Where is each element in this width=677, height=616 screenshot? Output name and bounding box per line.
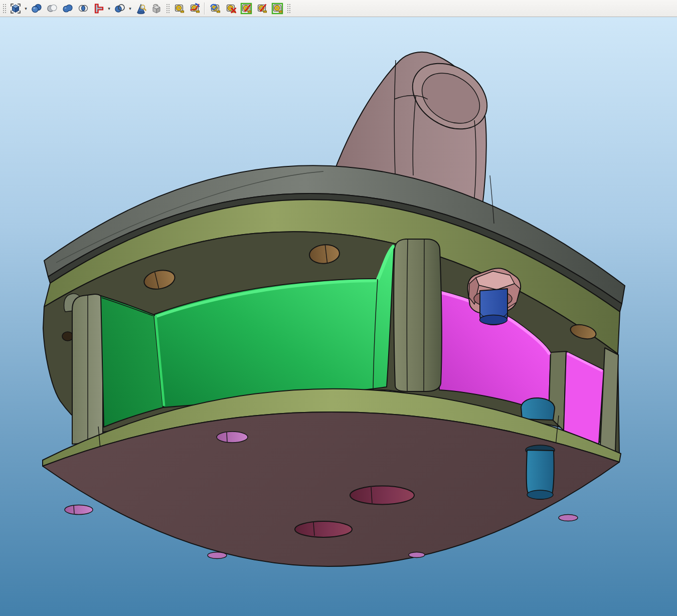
split-slice-button[interactable] <box>112 1 127 16</box>
assembly-model <box>0 17 677 616</box>
connect-shape-icon <box>93 3 105 15</box>
defeaturing-button[interactable] <box>149 1 163 16</box>
union-spheres-icon <box>62 3 74 15</box>
measure-toggle-3d-icon <box>256 3 268 15</box>
check-geometry-icon <box>135 3 147 15</box>
defeature-cube-icon <box>150 3 162 15</box>
boolean-intersection-button[interactable] <box>76 1 90 16</box>
cad-application-window: ▾ <box>0 0 677 616</box>
part-blue-bolt[interactable] <box>480 289 508 325</box>
measure-linear-button[interactable] <box>172 1 186 16</box>
3d-viewport[interactable] <box>0 17 677 616</box>
split-spheres-icon <box>114 3 126 15</box>
part-center-post[interactable] <box>394 239 442 391</box>
plate-pin-hole[interactable] <box>559 515 578 521</box>
measure-clear-button[interactable] <box>223 1 238 16</box>
dropdown-arrow-icon[interactable]: ▾ <box>24 6 28 11</box>
boolean-cut-button[interactable] <box>45 1 59 16</box>
boolean-operation-button[interactable] <box>29 1 44 16</box>
intersection-circles-icon <box>77 3 89 15</box>
measure-refresh-button[interactable] <box>208 1 222 16</box>
measure-toggle-all-button[interactable] <box>239 1 253 16</box>
box-icon <box>10 3 22 15</box>
boolean-union-button[interactable] <box>60 1 75 16</box>
measure-toggle-3d-button[interactable] <box>254 1 269 16</box>
join-connect-button[interactable] <box>91 1 106 16</box>
toolbar-grip-handle[interactable] <box>286 3 290 14</box>
part-workbench-toolbar: ▾ <box>0 0 677 17</box>
plate-counterbore-hole[interactable] <box>295 521 352 537</box>
toolbar-separator <box>204 3 205 15</box>
plate-pin-hole[interactable] <box>409 552 425 558</box>
boolean-spheres-icon <box>31 3 43 15</box>
plate-pin-hole[interactable] <box>65 505 93 515</box>
part-teal-pin-upper[interactable] <box>521 398 555 420</box>
measure-angular-button[interactable] <box>187 1 202 16</box>
measure-toggle-delta-icon <box>271 3 283 15</box>
part-teal-pin-lower[interactable] <box>526 445 555 499</box>
toolbar-grip-handle[interactable] <box>165 3 170 14</box>
view-box-button[interactable] <box>8 1 23 16</box>
measure-toggle-delta-button[interactable] <box>270 1 284 16</box>
dropdown-arrow-icon[interactable]: ▾ <box>128 6 132 11</box>
measure-clear-icon <box>225 3 237 15</box>
measure-toggle-all-icon <box>240 3 252 15</box>
plate-counterbore-hole[interactable] <box>350 486 414 505</box>
dropdown-arrow-icon[interactable]: ▾ <box>107 6 111 11</box>
measure-refresh-icon <box>209 3 221 15</box>
check-geometry-button[interactable] <box>133 1 148 16</box>
plate-pin-hole[interactable] <box>217 432 248 443</box>
toolbar-grip-handle[interactable] <box>2 3 6 14</box>
plate-pin-hole[interactable] <box>208 552 227 559</box>
measure-linear-icon <box>173 3 185 15</box>
cut-spheres-icon <box>46 3 58 15</box>
measure-angular-icon <box>189 3 201 15</box>
flange-bolt-hole[interactable] <box>62 332 73 341</box>
